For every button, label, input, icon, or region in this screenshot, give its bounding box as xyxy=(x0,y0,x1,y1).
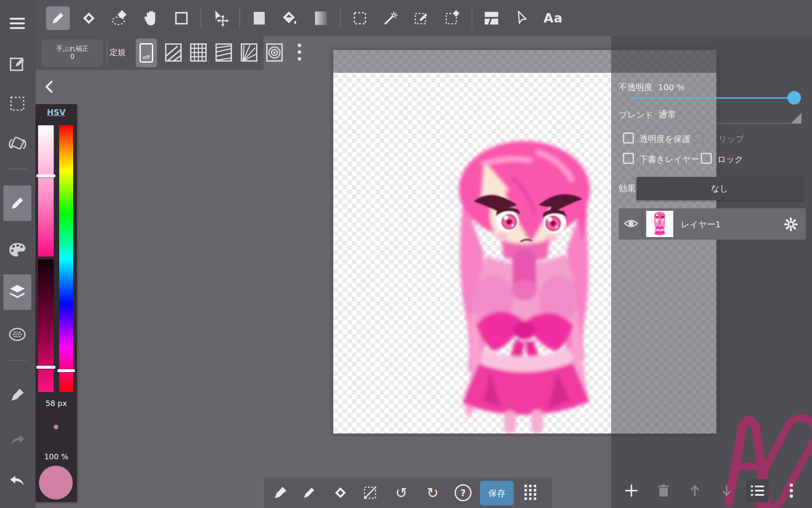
cursor-tool[interactable] xyxy=(510,6,534,30)
layer-more-menu-button[interactable] xyxy=(780,479,803,502)
hue-marker[interactable] xyxy=(58,369,75,372)
sub-toolbar-more-icon[interactable] xyxy=(297,43,302,63)
clip-checkbox xyxy=(693,133,704,144)
move-tool[interactable] xyxy=(208,6,232,30)
effect-button[interactable]: なし xyxy=(636,177,803,200)
clip-label: クリップ xyxy=(710,133,744,145)
layer-thumbnail[interactable] xyxy=(646,211,673,237)
redo-button[interactable]: ↻ xyxy=(421,481,444,505)
top-toolbar: Aa xyxy=(35,0,812,36)
protect-alpha-label: 透明度を保護 xyxy=(639,133,690,145)
move-layer-up-button xyxy=(683,479,706,502)
sidebar-brush-tool[interactable] xyxy=(3,185,31,221)
effect-label: 効果 xyxy=(619,183,636,194)
layer-name[interactable]: レイヤー1 xyxy=(681,219,721,230)
saturation-slider[interactable] xyxy=(38,125,54,257)
ruler-radial-button[interactable] xyxy=(240,41,258,64)
draft-layer-checkbox[interactable] xyxy=(623,153,634,164)
select-pen-tool[interactable] xyxy=(410,6,433,30)
ruler-grid-button[interactable] xyxy=(189,41,208,64)
undo-button[interactable]: ↺ xyxy=(390,481,413,505)
screentone-icon[interactable] xyxy=(5,323,29,346)
opacity-slider-track[interactable] xyxy=(629,97,794,99)
help-button[interactable]: ? xyxy=(451,481,475,505)
toolbar-divider xyxy=(340,8,341,29)
select-tool-icon[interactable] xyxy=(5,92,29,116)
undo-icon[interactable] xyxy=(5,469,29,493)
magic-wand-tool[interactable] xyxy=(379,6,403,30)
gallery-grid-button[interactable] xyxy=(519,481,543,505)
lock-checkbox[interactable] xyxy=(701,153,712,164)
lasso-eraser-tool[interactable] xyxy=(108,6,132,30)
hsv-tab[interactable]: HSV xyxy=(36,108,77,117)
select-rect-tool[interactable] xyxy=(348,6,372,30)
eyedropper-button[interactable] xyxy=(269,481,292,505)
menu-icon[interactable] xyxy=(5,12,29,36)
sidebar-layers-button[interactable] xyxy=(3,274,31,310)
delete-layer-button xyxy=(652,479,675,502)
protect-alpha-checkbox[interactable] xyxy=(623,133,634,144)
sidebar-eyedropper-icon[interactable] xyxy=(5,383,29,407)
sub-toolbar-divider xyxy=(107,40,107,66)
toolbar-divider xyxy=(239,8,240,29)
ruler-label: 定規 xyxy=(110,47,126,58)
add-layer-button[interactable] xyxy=(620,479,643,502)
palette-icon[interactable] xyxy=(5,238,29,262)
blend-value[interactable]: 通常 xyxy=(658,108,676,120)
blend-dropdown-arrow[interactable] xyxy=(791,113,801,123)
stabilizer-value: 0 xyxy=(70,53,74,61)
value-slider[interactable] xyxy=(38,260,54,392)
frame-divider-tool[interactable] xyxy=(480,6,503,30)
fill-rect-tool[interactable] xyxy=(247,6,271,30)
sidebar-divider xyxy=(8,360,27,361)
color-panel: HSV 58 px 100 % xyxy=(36,104,77,502)
current-color-swatch[interactable] xyxy=(39,466,73,500)
ruler-parallel-button[interactable] xyxy=(164,41,183,64)
new-edit-icon[interactable] xyxy=(5,52,29,75)
brush-size-label: 58 px xyxy=(36,399,77,408)
lock-label: ロック xyxy=(717,154,743,165)
move-layer-down-button xyxy=(715,479,738,502)
bucket-tool[interactable] xyxy=(278,6,302,30)
ruler-perspective-button[interactable] xyxy=(214,41,233,64)
ruler-off-button[interactable]: off xyxy=(136,39,157,67)
eraser-button[interactable] xyxy=(329,481,352,505)
layer-list-button[interactable] xyxy=(746,479,769,502)
text-tool[interactable]: Aa xyxy=(541,6,565,30)
value-marker[interactable] xyxy=(36,366,55,369)
layer-row-divider xyxy=(642,210,642,238)
pen-tool[interactable] xyxy=(46,6,70,30)
layer-visibility-toggle[interactable] xyxy=(623,217,639,232)
deselect-button[interactable] xyxy=(358,481,382,505)
toolbar-divider xyxy=(472,8,472,29)
eraser-tool[interactable] xyxy=(77,6,101,30)
toolbar-divider xyxy=(200,8,201,29)
saturation-marker[interactable] xyxy=(36,174,55,177)
left-sidebar xyxy=(0,0,36,508)
blend-label: ブレンド xyxy=(619,109,653,121)
sub-toolbar: 手ぶれ補正 0 定規 off xyxy=(35,36,263,70)
opacity-slider-thumb[interactable] xyxy=(787,91,801,105)
brush-preview-dot xyxy=(54,425,58,429)
gradient-tool[interactable] xyxy=(309,6,333,30)
sidebar-divider xyxy=(8,168,27,169)
redo-icon xyxy=(5,428,29,452)
layer-settings-gear-icon[interactable] xyxy=(783,217,798,234)
collapse-panel-chevron[interactable] xyxy=(44,80,54,95)
opacity-label: 不透明度 100 % xyxy=(619,82,685,93)
hue-slider[interactable] xyxy=(59,125,73,392)
save-button[interactable]: 保存 xyxy=(480,481,514,505)
select-eraser-tool[interactable] xyxy=(441,6,464,30)
stabilizer-label: 手ぶれ補正 xyxy=(56,45,88,53)
bottom-toolbar: ↺ ↻ ? 保存 xyxy=(264,478,552,508)
stabilizer-button[interactable]: 手ぶれ補正 0 xyxy=(41,39,103,66)
blend-dropdown-underline xyxy=(657,123,801,124)
hand-tool[interactable] xyxy=(139,6,162,30)
rotate-canvas-icon[interactable] xyxy=(5,132,29,156)
shape-tool[interactable] xyxy=(170,6,193,30)
draft-layer-label: 下書きレイヤー xyxy=(639,154,700,165)
ruler-circle-button[interactable] xyxy=(265,41,284,64)
brush-button[interactable] xyxy=(297,481,321,505)
brush-opacity-label: 100 % xyxy=(36,452,77,461)
